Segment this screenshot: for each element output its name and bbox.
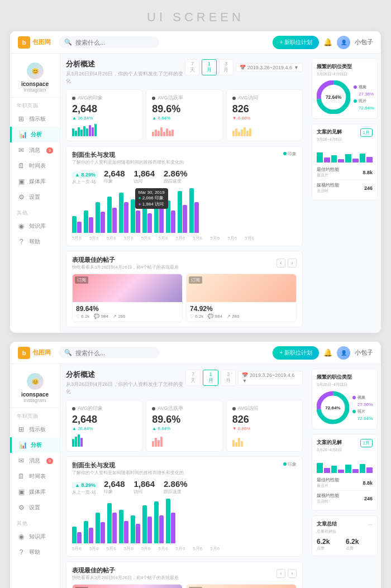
sidebar-user-2: 😊 iconspace Instagram — [10, 370, 60, 408]
growth-stat-label-speed: 跟踪速度 — [164, 178, 188, 184]
date-range: 📅 2019.3.26~2019.4.6 ▼ — [236, 63, 303, 72]
post-stat-row-1: ♡ 6.2k 💬 984 ↗ 286 — [76, 314, 179, 319]
donut-svg: 72.64% — [317, 80, 350, 114]
metric-best-val: 8.8k — [363, 170, 373, 175]
svg-text:72.64%: 72.64% — [325, 405, 340, 410]
search-input[interactable] — [75, 39, 154, 46]
time-filter-1m[interactable]: 1月 — [202, 59, 216, 75]
sidebar-item-dashboard-2[interactable]: ⊞ 指示板 — [10, 422, 60, 437]
insights-time-2[interactable]: 1月 — [360, 439, 373, 447]
nav-arrow-right-2[interactable]: › — [288, 569, 297, 578]
sidebar-item-messages-2[interactable]: ✉ 消息 9 — [10, 453, 60, 469]
stat-mini-chart-impressions — [72, 123, 136, 136]
bell-icon-2[interactable]: 🔔 — [323, 348, 332, 357]
stat-label-rate: AVG活跃率 — [152, 94, 216, 102]
sidebar-item-media[interactable]: ▣ 媒体库 — [10, 174, 60, 189]
time-filter-3m[interactable]: 3月 — [219, 59, 233, 75]
growth-stats: 2,648 印象 1,864 访问 2.86% 跟踪速度 — [104, 169, 188, 184]
svg-text:72.64%: 72.64% — [326, 94, 342, 100]
sidebar-item-media-2[interactable]: ▣ 媒体库 — [10, 484, 60, 500]
stat-card-rate-2: AVG活跃率 89.6% ▲ 6.64% — [146, 400, 222, 452]
search-input-2[interactable] — [75, 350, 154, 356]
time-filter-7d[interactable]: 7天 — [185, 59, 199, 75]
logo-name: 包图网 — [32, 38, 51, 46]
sidebar-item-help-2[interactable]: ? 帮助 — [10, 544, 60, 560]
stat-dot-3 — [232, 97, 236, 100]
media-icon-2: ▣ — [17, 488, 26, 496]
logo-icon-2: b — [18, 347, 30, 359]
sidebar-2: 😊 iconspace Instagram 年职页面 ⊞ 指示板 📊 分析 ✉ … — [10, 364, 60, 588]
chart-label: 5月6 — [210, 235, 220, 241]
growth-change: 从上一页-站 — [72, 179, 98, 185]
nav-arrow-right[interactable]: › — [288, 259, 297, 267]
growth-stat-val-impressions: 2,648 — [104, 169, 125, 178]
search-icon-2: 🔍 — [64, 349, 72, 356]
sidebar-username-2: iconspace — [21, 391, 49, 398]
posts-title: 表现最佳的帖子 — [72, 256, 179, 264]
sidebar-item-dashboard[interactable]: ⊞ 指示板 — [10, 111, 60, 127]
time-filter-1m-2[interactable]: 1月 — [203, 370, 218, 386]
sidebar-item-analysis[interactable]: 📊 分析 — [10, 127, 60, 142]
search-bar[interactable]: 🔍 — [59, 36, 159, 48]
schedule-icon: 🗓 — [17, 162, 26, 170]
donut-legend-photo: 照片 — [354, 98, 374, 104]
content-area: 😊 iconspace Instagram 年职页面 ⊞ 指示板 📊 分析 ✉ … — [10, 54, 381, 333]
chart-label: 5月6 — [72, 235, 82, 241]
sidebar-item-knowledge[interactable]: ◉ 知识库 — [10, 218, 60, 234]
chart-label: 5月6 — [159, 235, 168, 241]
post-card-body-2: 74.92% ♡ 6.2k 💬 984 ↗ 286 — [187, 302, 296, 322]
sidebar-item-knowledge-2[interactable]: ◉ 知识库 — [10, 529, 60, 544]
stat-card-rate: AVG活跃率 89.6% ▲ 6.64% — [146, 89, 222, 141]
settings-icon-2: ⚙ — [17, 504, 26, 511]
stat-card-impressions: AVG的印象 2,648 ▲ 26.84% — [66, 89, 142, 141]
chart-area: Mar 30, 2019 ● 2,086 印象 ● 1,984 访问 — [72, 188, 297, 233]
sidebar-label-analysis: 分析 — [31, 131, 42, 138]
metric-best-label: 最佳约性能 — [317, 166, 339, 173]
metric-best-sub: 最丑片 — [317, 173, 339, 178]
donut-subtitle: 3月26日~4月01日 — [317, 71, 373, 77]
page-title-area: UI SCREEN — [0, 0, 391, 31]
growth-title: 剖面生长与发现 — [72, 151, 184, 159]
stat-change-visits: ▼ 0.86% — [232, 116, 297, 121]
donut-card: 频繁的职位类型 3月26日~4月01日 72.64% 视频 27 — [312, 58, 378, 119]
nav-arrow-left[interactable]: ‹ — [276, 259, 285, 267]
page-title: UI SCREEN — [147, 10, 244, 24]
new-job-button[interactable]: + 新职位计划 — [273, 36, 319, 49]
sidebar-item-help[interactable]: ? 帮助 — [10, 234, 60, 250]
right-panel: 频繁的职位类型 3月26日~4月01日 72.64% 视频 27 — [308, 54, 381, 333]
knowledge-icon: ◉ — [17, 222, 26, 230]
metric-media-sub: 丑丑时 — [317, 188, 339, 194]
stat-mini-chart-rate — [152, 123, 216, 136]
chart-label: 5月6 — [89, 235, 99, 241]
messages-icon: ✉ — [17, 146, 26, 154]
growth-section-2: 剖面生长与发现 了解你的个人资料是如何随着时间的推移而增长和变化的 印象 ▲ 8… — [66, 456, 303, 557]
dashboard-icon: ⊞ — [17, 115, 26, 123]
bell-icon[interactable]: 🔔 — [323, 38, 332, 46]
growth-badge: ▲ 8.29% — [72, 171, 98, 178]
sidebar-item-analysis-2[interactable]: 📊 分析 — [10, 437, 60, 453]
messages-icon-2: ✉ — [17, 457, 26, 465]
time-filter-3m-2[interactable]: 3月 — [221, 370, 236, 386]
stat-label-visits: AVG访问 — [232, 94, 297, 102]
user-name-2: 小包子 — [355, 348, 373, 357]
stat-dot-2 — [152, 97, 155, 100]
analysis-icon: 📊 — [18, 131, 27, 138]
sidebar-item-schedule[interactable]: 🗓 时间表 — [10, 158, 60, 174]
sidebar-item-schedule-2[interactable]: 🗓 时间表 — [10, 469, 60, 484]
posts-header: 表现最佳的帖子 快吃看看从3月26日到4月26日，前4个帖子的表现最差 ‹ › — [72, 256, 297, 270]
sidebar-item-settings[interactable]: ⚙ 设置 — [10, 189, 60, 205]
sidebar-item-messages[interactable]: ✉ 消息 9 — [10, 142, 60, 158]
header-bar-2: b 包图网 🔍 + 新职位计划 🔔 👤 小包子 — [10, 342, 381, 364]
post-stat-1: 89.64% — [76, 305, 179, 313]
mini-bar-chart — [317, 146, 373, 162]
growth-stat-val-speed: 2.86% — [164, 169, 188, 178]
insights-time-filter[interactable]: 1月 — [360, 128, 373, 137]
post-like-1: ♡ 6.2k — [76, 314, 89, 319]
nav-arrow-left-2[interactable]: ‹ — [276, 569, 285, 578]
sidebar-avatar-2: 😊 — [27, 373, 44, 390]
new-job-button-2[interactable]: + 新职位计划 — [273, 346, 319, 360]
search-bar-2[interactable]: 🔍 — [59, 347, 159, 358]
sidebar-item-settings-2[interactable]: ⚙ 设置 — [10, 500, 60, 515]
time-filter-7d-2[interactable]: 7天 — [185, 370, 201, 386]
posts-title-block: 表现最佳的帖子 快吃看看从3月26日到4月26日，前4个帖子的表现最差 — [72, 256, 179, 270]
